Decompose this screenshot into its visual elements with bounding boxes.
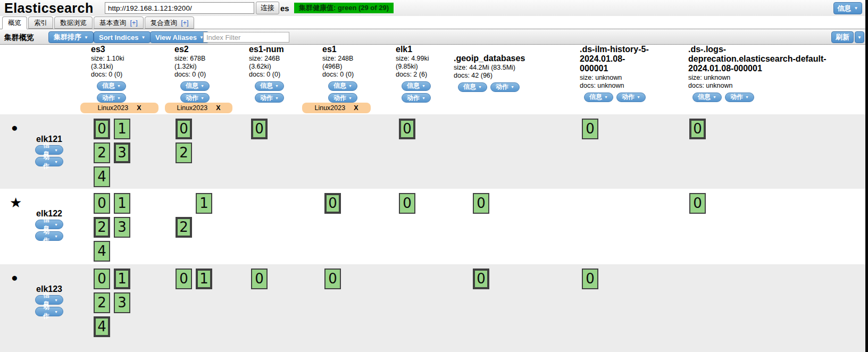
sort-indices-button[interactable]: Sort Indices ▼: [94, 31, 151, 43]
index-name: elk1: [396, 45, 460, 54]
index-column-8: .ds-.logs-deprecation.elasticsearch-defa…: [688, 45, 867, 102]
index-info-button[interactable]: 信息▼: [255, 81, 284, 91]
index-button-row: 动作▼: [97, 93, 170, 103]
index-action-button[interactable]: 动作▼: [725, 93, 754, 102]
chevron-down-icon: ▼: [54, 234, 58, 238]
chevron-down-icon: ▼: [275, 84, 279, 88]
shard-box[interactable]: 3: [114, 217, 130, 238]
alias-remove-button[interactable]: X: [137, 104, 141, 112]
tab-概览[interactable]: 概览: [2, 16, 27, 29]
top-bar: Elasticsearch 连接 es 集群健康值: green (29 of …: [0, 0, 868, 16]
index-action-button[interactable]: 动作▼: [255, 93, 284, 103]
index-info-button-label: 信息: [333, 81, 346, 90]
tab-复合查询[interactable]: 复合查询 [+]: [145, 16, 195, 29]
index-info-button[interactable]: 信息▼: [402, 81, 431, 91]
refresh-label: 刷新: [836, 32, 849, 42]
index-column-4: es1size: 248B(496B)docs: 0 (0)信息▼动作▼: [322, 45, 389, 103]
shard-box[interactable]: 0: [324, 269, 341, 289]
shard-box[interactable]: 0: [176, 269, 192, 289]
shard-box[interactable]: 0: [689, 193, 706, 214]
node-action-button[interactable]: 动作▼: [35, 307, 63, 316]
shard-box[interactable]: 0: [473, 269, 489, 289]
shard-box[interactable]: 3: [114, 292, 130, 313]
refresh-dropdown-button[interactable]: ▼: [855, 31, 864, 43]
index-button-row: 信息▼: [255, 80, 318, 91]
shard-box[interactable]: 1: [114, 193, 130, 214]
index-action-button-label: 动作: [333, 94, 346, 103]
shard-box[interactable]: 1: [196, 269, 212, 289]
chevron-down-icon: ▼: [478, 85, 482, 89]
connect-button[interactable]: 连接: [256, 2, 279, 14]
shard-box[interactable]: 0: [399, 193, 415, 214]
master-node-star-icon: ★: [10, 196, 22, 209]
tab-label: 概览: [8, 19, 21, 27]
shard-box[interactable]: 4: [94, 166, 110, 187]
info-dropdown-label: 信息: [838, 4, 852, 13]
node-action-button[interactable]: 动作▼: [35, 231, 63, 241]
shard-box[interactable]: 0: [689, 119, 706, 139]
index-action-button[interactable]: 动作▼: [328, 93, 357, 103]
index-action-button[interactable]: 动作▼: [402, 93, 431, 103]
shard-box[interactable]: 0: [176, 119, 192, 139]
index-action-button-label: 动作: [260, 94, 273, 103]
node-action-button[interactable]: 动作▼: [35, 157, 63, 166]
info-dropdown-button[interactable]: 信息 ▼: [833, 2, 862, 14]
index-column-5: elk1size: 4.99ki(9.85ki)docs: 2 (6)信息▼动作…: [396, 45, 460, 103]
refresh-button[interactable]: 刷新: [831, 31, 854, 43]
chevron-down-icon: ▼: [422, 96, 425, 100]
sort-indices-label: Sort Indices: [99, 33, 138, 41]
alias-label: Linux2023: [177, 104, 207, 112]
shard-box[interactable]: 0: [473, 193, 489, 214]
shard-box[interactable]: 4: [94, 241, 110, 262]
shard-box[interactable]: 3: [114, 143, 130, 163]
chevron-down-icon: ▼: [511, 85, 514, 89]
tab-索引[interactable]: 索引: [28, 16, 53, 29]
shard-box[interactable]: 0: [582, 269, 598, 289]
index-info-button[interactable]: 信息▼: [692, 93, 722, 102]
server-url-input[interactable]: [105, 2, 254, 14]
index-docs: docs: 2 (6): [396, 71, 460, 79]
index-info-button[interactable]: 信息▼: [180, 81, 210, 91]
index-info-button[interactable]: 信息▼: [584, 93, 613, 102]
index-action-button[interactable]: 动作▼: [180, 93, 210, 103]
shard-box[interactable]: 1: [196, 193, 212, 214]
index-button-row: 动作▼: [180, 93, 244, 103]
shard-box[interactable]: 1: [114, 269, 130, 289]
shard-box[interactable]: 2: [94, 143, 110, 163]
shard-box[interactable]: 0: [251, 119, 268, 139]
page-title: 集群概览: [4, 33, 34, 43]
shard-box[interactable]: 0: [94, 119, 110, 139]
index-action-button[interactable]: 动作▼: [490, 82, 520, 92]
index-action-button[interactable]: 动作▼: [97, 93, 126, 103]
shard-box[interactable]: 0: [94, 269, 110, 289]
index-button-row: 信息▼: [402, 80, 460, 91]
shard-box[interactable]: 0: [251, 269, 268, 289]
shard-box[interactable]: 2: [94, 292, 110, 313]
shard-box[interactable]: 0: [399, 119, 415, 139]
shard-box[interactable]: 2: [94, 217, 110, 238]
index-info-button[interactable]: 信息▼: [328, 81, 357, 91]
shard-box[interactable]: 4: [94, 316, 110, 337]
shard-box[interactable]: 2: [176, 217, 192, 238]
sort-cluster-button[interactable]: 集群排序 ▼: [48, 31, 94, 43]
index-size-total: (3.31ki): [91, 63, 170, 71]
index-info-button-label: 信息: [407, 81, 420, 90]
index-action-button-label: 动作: [186, 94, 198, 103]
tab-数据浏览[interactable]: 数据浏览: [54, 16, 93, 29]
index-info-button[interactable]: 信息▼: [458, 82, 487, 92]
alias-remove-button[interactable]: X: [216, 104, 220, 112]
shard-box[interactable]: 1: [114, 119, 130, 139]
shard-box[interactable]: 0: [94, 193, 110, 214]
index-size: size: 246B: [249, 55, 318, 63]
index-filter-input[interactable]: [203, 32, 289, 43]
index-info-button-label: 信息: [102, 81, 115, 90]
view-aliases-button[interactable]: View Aliases ▼: [150, 31, 209, 43]
index-info-button[interactable]: 信息▼: [97, 81, 126, 91]
index-size: size: unknown: [580, 74, 684, 82]
index-action-button[interactable]: 动作▼: [616, 93, 646, 102]
shard-box[interactable]: 0: [324, 193, 341, 214]
shard-box[interactable]: 2: [176, 143, 192, 163]
tab-基本查询[interactable]: 基本查询 [+]: [94, 16, 144, 29]
shard-box[interactable]: 0: [582, 119, 598, 139]
alias-remove-button[interactable]: X: [354, 104, 358, 112]
